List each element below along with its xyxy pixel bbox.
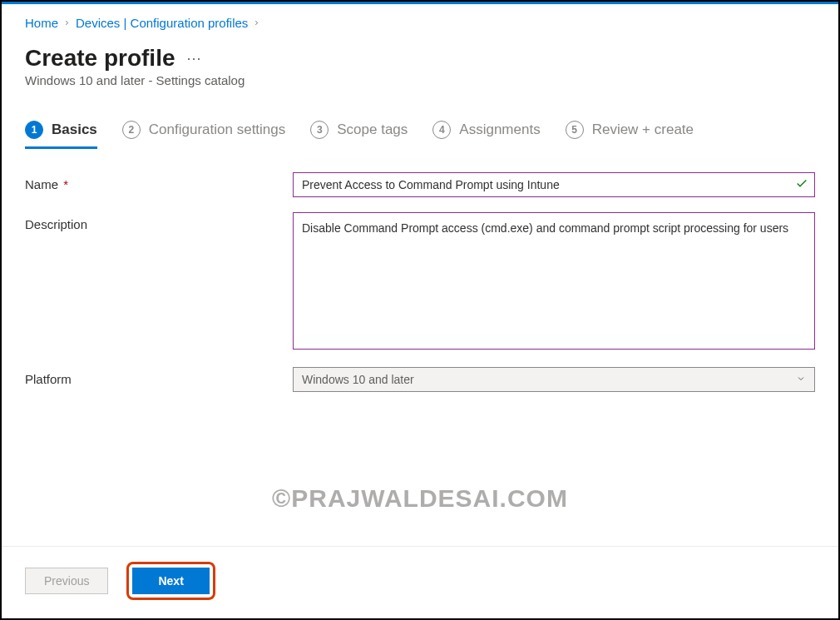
tab-review-create[interactable]: 5 Review + create bbox=[566, 121, 694, 147]
wizard-tabs: 1 Basics 2 Configuration settings 3 Scop… bbox=[25, 121, 815, 147]
check-icon bbox=[795, 177, 808, 193]
tab-number: 2 bbox=[122, 121, 141, 139]
chevron-right-icon bbox=[63, 17, 71, 29]
description-label: Description bbox=[25, 212, 293, 352]
page-title: Create profile bbox=[25, 45, 175, 72]
more-actions-button[interactable]: ··· bbox=[187, 50, 202, 67]
platform-select: Windows 10 and later bbox=[293, 367, 815, 392]
tab-number: 4 bbox=[432, 121, 451, 139]
required-indicator: * bbox=[60, 177, 68, 191]
tab-configuration-settings[interactable]: 2 Configuration settings bbox=[122, 121, 285, 147]
description-textarea[interactable]: Disable Command Prompt access (cmd.exe) … bbox=[293, 212, 815, 350]
tab-number: 3 bbox=[310, 121, 329, 139]
tab-assignments[interactable]: 4 Assignments bbox=[432, 121, 540, 147]
chevron-down-icon bbox=[796, 373, 806, 386]
tab-label: Assignments bbox=[459, 122, 540, 138]
breadcrumb-devices[interactable]: Devices | Configuration profiles bbox=[76, 16, 248, 30]
tab-label: Review + create bbox=[592, 122, 694, 138]
tab-scope-tags[interactable]: 3 Scope tags bbox=[310, 121, 408, 147]
platform-value: Windows 10 and later bbox=[302, 373, 414, 386]
tab-label: Scope tags bbox=[337, 122, 408, 138]
name-input[interactable] bbox=[293, 172, 815, 197]
watermark: ©PRAJWALDESAI.COM bbox=[272, 484, 568, 513]
tab-label: Configuration settings bbox=[149, 122, 285, 138]
next-button[interactable]: Next bbox=[132, 568, 209, 594]
platform-label: Platform bbox=[25, 367, 293, 392]
breadcrumb: Home Devices | Configuration profiles bbox=[25, 16, 815, 30]
chevron-right-icon bbox=[253, 17, 260, 29]
page-subtitle: Windows 10 and later - Settings catalog bbox=[25, 73, 815, 87]
tab-number: 1 bbox=[25, 121, 43, 139]
previous-button[interactable]: Previous bbox=[25, 568, 108, 594]
breadcrumb-home[interactable]: Home bbox=[25, 16, 58, 30]
name-label: Name * bbox=[25, 172, 293, 197]
next-button-highlight: Next bbox=[126, 562, 215, 600]
tab-label: Basics bbox=[52, 122, 97, 138]
tab-basics[interactable]: 1 Basics bbox=[25, 121, 97, 147]
footer-actions: Previous Next bbox=[2, 546, 838, 618]
tab-number: 5 bbox=[566, 121, 584, 139]
